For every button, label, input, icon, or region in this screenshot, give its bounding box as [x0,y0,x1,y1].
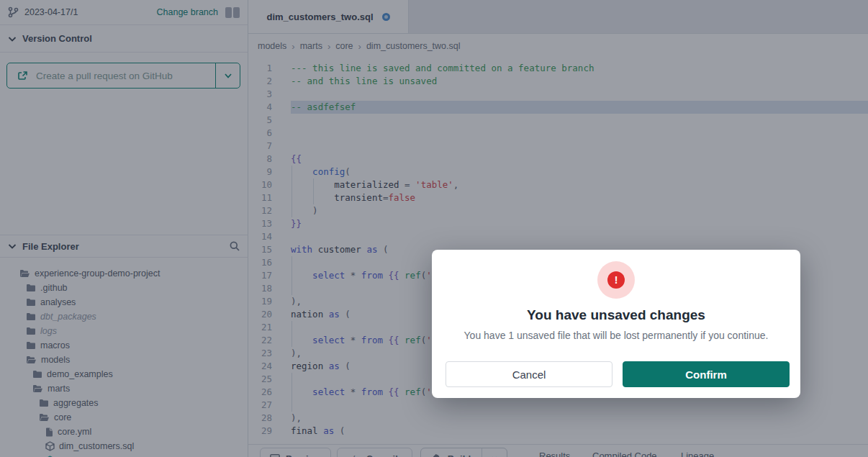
dbt-cloud-ide: 2023-04-17/1 Change branch Version Contr… [0,0,868,457]
error-icon: ! [597,261,635,299]
confirm-button[interactable]: Confirm [623,361,790,387]
modal-title: You have unsaved changes [432,307,800,323]
cancel-button[interactable]: Cancel [446,361,612,387]
modal-body-text: You have 1 unsaved file that will be los… [432,330,800,341]
modal-actions: Cancel Confirm [446,361,790,387]
error-exclamation-icon: ! [607,271,625,289]
unsaved-changes-modal: ! You have unsaved changes You have 1 un… [432,250,800,398]
